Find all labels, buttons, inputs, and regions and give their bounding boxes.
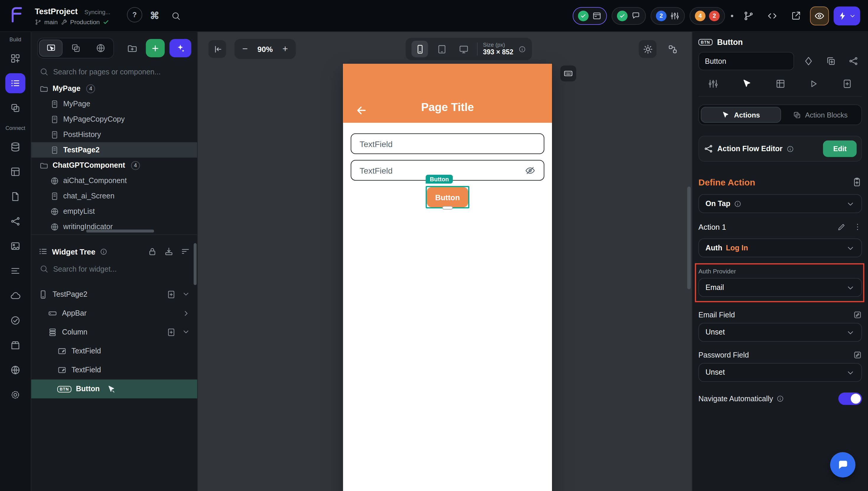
tab-properties-icon[interactable] xyxy=(707,78,720,90)
widget-row-column[interactable]: Column xyxy=(31,323,197,342)
canvas-scrollbar[interactable] xyxy=(687,186,691,289)
status-pill-tasks[interactable]: 2 xyxy=(650,7,685,25)
device-tablet-button[interactable] xyxy=(433,41,450,57)
tree-page-mypage[interactable]: MyPage xyxy=(31,96,197,112)
preview-button[interactable]: Button xyxy=(427,187,468,207)
tab-action-blocks[interactable]: Action Blocks xyxy=(781,107,860,123)
widget-row-testpage2[interactable]: TestPage2 xyxy=(31,285,197,304)
status-pill-checks[interactable] xyxy=(573,7,607,25)
chevron-right-icon[interactable] xyxy=(182,309,190,317)
open-app-button[interactable] xyxy=(786,6,805,25)
resize-handle[interactable] xyxy=(442,206,453,210)
horizontal-scrollbar[interactable] xyxy=(86,230,154,233)
rail-media-button[interactable] xyxy=(5,236,25,256)
textfield2-input[interactable] xyxy=(359,166,520,175)
support-chat-button[interactable] xyxy=(830,452,856,478)
tab-layout-icon[interactable] xyxy=(774,78,787,90)
preview-textfield-1[interactable] xyxy=(351,134,544,154)
keyboard-toggle-button[interactable] xyxy=(560,65,576,82)
rail-settings-button[interactable] xyxy=(5,385,25,405)
tab-actions-icon[interactable] xyxy=(740,78,753,90)
widget-row-textfield1[interactable]: TextField xyxy=(31,342,197,360)
add-action-icon[interactable] xyxy=(852,177,862,187)
chevron-down-icon[interactable] xyxy=(182,290,190,299)
phone-preview[interactable]: Page Title Button Button xyxy=(343,64,552,491)
tree-page-posthistory[interactable]: PostHistory xyxy=(31,127,197,142)
widget-hierarchy-button[interactable] xyxy=(844,52,862,70)
zoom-out-button[interactable]: − xyxy=(237,40,253,58)
tree-folder-chatgptcomponent[interactable]: ChatGPTComponent 4 xyxy=(31,158,197,173)
back-arrow-icon[interactable] xyxy=(355,104,368,117)
status-pill-comments[interactable] xyxy=(612,7,646,25)
add-widget-icon[interactable] xyxy=(167,290,176,299)
tree-component-chataiscreen[interactable]: chat_ai_Screen xyxy=(31,189,197,204)
more-options-icon[interactable] xyxy=(853,223,862,231)
tree-page-mypagecopycopy[interactable]: MyPageCopyCopy xyxy=(31,112,197,127)
tree-page-testpage2[interactable]: TestPage2 xyxy=(31,142,197,158)
rail-database-button[interactable] xyxy=(5,137,25,157)
run-button[interactable] xyxy=(834,6,860,25)
new-folder-button[interactable] xyxy=(123,39,141,57)
widget-row-appbar[interactable]: AppBar xyxy=(31,304,197,323)
auth-provider-select[interactable]: Email xyxy=(698,278,862,297)
chevron-down-icon[interactable] xyxy=(182,327,190,337)
keyboard-shortcuts-button[interactable]: ⌘ xyxy=(146,7,164,25)
add-page-button[interactable] xyxy=(146,39,165,57)
widget-search-input[interactable] xyxy=(53,265,171,273)
visibility-off-icon[interactable] xyxy=(525,165,536,176)
rail-components-button[interactable] xyxy=(5,98,25,118)
global-search-button[interactable] xyxy=(167,7,185,25)
branch-name[interactable]: main xyxy=(44,18,58,25)
edit-field-icon[interactable] xyxy=(853,350,862,359)
collapse-tree-icon[interactable] xyxy=(181,247,190,256)
theme-mode-button[interactable] xyxy=(639,40,657,58)
info-icon[interactable] xyxy=(99,248,107,255)
tree-component-aichat[interactable]: aiChat_Component xyxy=(31,173,197,189)
design-canvas[interactable]: − 90% + Size (px) 393 × 852 xyxy=(198,32,692,491)
widget-row-button[interactable]: BTN Button xyxy=(31,379,197,398)
tab-animations-icon[interactable] xyxy=(807,78,820,90)
password-field-select[interactable]: Unset xyxy=(698,363,862,382)
appbar-title[interactable]: Page Title xyxy=(421,101,474,114)
toggle-pages-widgets-button[interactable] xyxy=(39,39,63,57)
canvas-flow-button[interactable] xyxy=(664,40,681,58)
rail-page-selector-button[interactable] xyxy=(5,73,25,93)
convert-to-component-button[interactable] xyxy=(800,52,817,70)
device-desktop-button[interactable] xyxy=(455,41,472,57)
view-code-button[interactable] xyxy=(763,6,782,25)
rail-cloud-button[interactable] xyxy=(5,286,25,306)
edit-action-icon[interactable] xyxy=(837,223,846,231)
rail-documents-button[interactable] xyxy=(5,186,25,207)
pages-search-input[interactable] xyxy=(53,67,171,76)
info-icon[interactable] xyxy=(787,145,794,153)
action-type-select[interactable]: Auth Log In xyxy=(698,238,862,257)
environment-name[interactable]: Production xyxy=(70,18,99,25)
device-phone-button[interactable] xyxy=(411,41,428,57)
tree-component-emptylist[interactable]: emptyList xyxy=(31,204,197,219)
rail-testing-button[interactable] xyxy=(5,335,25,355)
flutterflow-logo-icon[interactable] xyxy=(8,6,28,26)
status-pill-issues[interactable]: 4 2 xyxy=(690,7,725,25)
rail-widget-palette-button[interactable] xyxy=(5,49,25,68)
rail-localization-button[interactable] xyxy=(5,360,25,380)
preview-eye-button[interactable] xyxy=(810,6,829,25)
tab-documentation-icon[interactable] xyxy=(841,78,854,90)
toggle-pages-button[interactable] xyxy=(64,39,87,57)
trigger-select[interactable]: On Tap xyxy=(698,194,862,213)
pages-search[interactable] xyxy=(31,58,197,81)
rail-checks-button[interactable] xyxy=(5,310,25,330)
lock-icon[interactable] xyxy=(148,247,157,256)
edit-field-icon[interactable] xyxy=(853,310,862,319)
collapse-panel-button[interactable] xyxy=(208,40,226,58)
info-icon[interactable] xyxy=(519,45,526,53)
email-field-select[interactable]: Unset xyxy=(698,323,862,342)
vertical-scrollbar[interactable] xyxy=(194,243,197,285)
branching-button[interactable] xyxy=(739,6,758,25)
tree-folder-mypage[interactable]: MyPage 4 xyxy=(31,81,197,96)
tab-actions[interactable]: Actions xyxy=(701,107,781,123)
rail-layout-button[interactable] xyxy=(5,162,25,182)
rail-integrations-button[interactable] xyxy=(5,211,25,231)
widget-row-textfield2[interactable]: TextField xyxy=(31,360,197,379)
toggle-components-button[interactable] xyxy=(89,39,112,57)
widget-name-input[interactable] xyxy=(698,52,794,70)
